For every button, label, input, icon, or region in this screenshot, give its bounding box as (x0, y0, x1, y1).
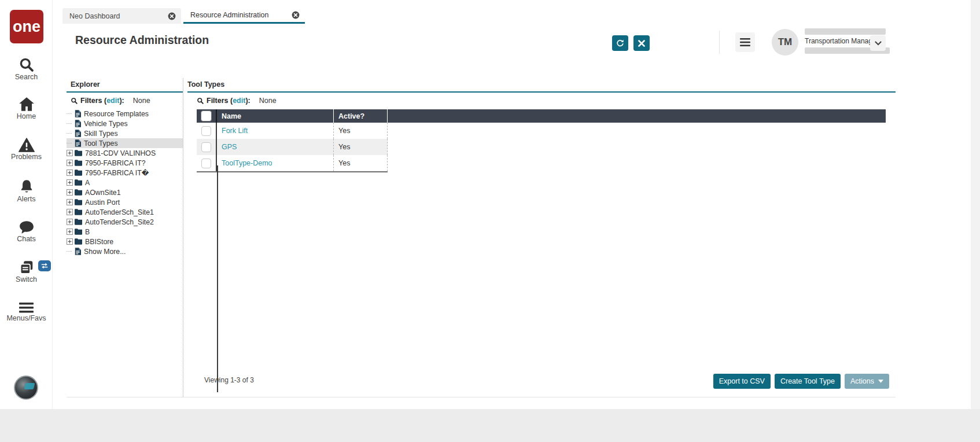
expand-plus-icon[interactable] (67, 209, 73, 215)
tree-item-label: AOwnSite1 (85, 189, 121, 197)
tab-resource-administration[interactable]: Resource Administration (183, 8, 305, 24)
right-strip (971, 0, 980, 409)
name-cell: GPS (217, 139, 334, 155)
row-checkbox-cell (197, 155, 217, 171)
expand-plus-icon[interactable] (67, 199, 73, 205)
expand-plus-icon[interactable] (67, 219, 73, 225)
filters-label: Filters ( (207, 97, 233, 105)
tree-item-label: BBIStore (85, 238, 113, 246)
document-icon (75, 120, 81, 127)
row-checkbox[interactable] (201, 142, 211, 152)
tree-item-label: 7881-CDV VALINHOS (85, 149, 156, 157)
header-divider (719, 31, 720, 54)
tree-item-7950-fabrica-it[interactable]: 7950-FABRICA IT� (67, 168, 183, 178)
tab-close-icon[interactable] (168, 12, 176, 20)
folder-icon (75, 170, 82, 176)
tab-neo-dashboard[interactable]: Neo Dashboard (62, 8, 181, 24)
tree-item-b[interactable]: B (67, 227, 183, 237)
tree-item-bbistore[interactable]: BBIStore (67, 237, 183, 246)
tree-item-7881-cdv-valinhos[interactable]: 7881-CDV VALINHOS (67, 148, 183, 158)
redacted-text (805, 28, 886, 35)
create-tool-type-button[interactable]: Create Tool Type (775, 374, 841, 389)
tree-connector (67, 123, 72, 124)
tree-item-label: Vehicle Types (84, 120, 128, 128)
search-icon (0, 57, 53, 72)
tree-item-austin-port[interactable]: Austin Port (67, 197, 183, 207)
hamburger-icon (740, 38, 750, 46)
filters-label: Filters ( (80, 97, 106, 105)
folder-icon (75, 229, 82, 235)
table-row-fork-lift: Fork LiftYes (197, 123, 388, 139)
column-header-name[interactable]: Name (217, 109, 334, 123)
tree-connector (67, 251, 72, 252)
row-checkbox[interactable] (201, 126, 211, 136)
filters-value: None (259, 97, 277, 105)
tab-close-icon[interactable] (292, 11, 300, 19)
tool-type-link[interactable]: Fork Lift (222, 127, 248, 135)
one-logo[interactable]: one (10, 10, 43, 43)
column-header-active[interactable]: Active? (334, 109, 388, 123)
table-body: Fork LiftYesGPSYesToolType-DemoYes (197, 123, 886, 171)
tree-item-7950-fabrica-it[interactable]: 7950-FABRICA IT? (67, 158, 183, 168)
tree-item-show-more[interactable]: Show More... (67, 246, 183, 256)
sidebar-item-search[interactable]: Search (0, 57, 53, 81)
sidebar-item-home[interactable]: Home (0, 97, 53, 120)
sidebar-item-menus-favs[interactable]: Menus/Favs (0, 301, 53, 322)
expand-plus-icon[interactable] (67, 229, 73, 235)
tree-item-vehicle-types[interactable]: Vehicle Types (67, 119, 183, 128)
sidebar-item-alerts[interactable]: Alerts (0, 179, 53, 203)
active-cell: Yes (334, 139, 388, 155)
tool-type-link[interactable]: GPS (222, 143, 237, 151)
tree-item-autotendersch-site1[interactable]: AutoTenderSch_Site1 (67, 207, 183, 217)
table-header: Name Active? (197, 109, 886, 123)
tree-connector (67, 133, 72, 134)
assistant-avatar-icon[interactable] (14, 375, 38, 400)
tree-item-tool-types[interactable]: Tool Types (67, 138, 183, 148)
expand-plus-icon[interactable] (67, 179, 73, 186)
tree-item-a[interactable]: A (67, 178, 183, 187)
table-row-tooltype-demo: ToolType-DemoYes (197, 155, 388, 171)
sidebar-item-label: Chats (0, 235, 53, 243)
switch-badge[interactable] (38, 260, 51, 271)
filters-value: None (133, 97, 150, 105)
expand-plus-icon[interactable] (67, 189, 73, 196)
user-menu-button[interactable] (870, 35, 886, 51)
expand-plus-icon[interactable] (67, 238, 73, 245)
expand-plus-icon[interactable] (67, 160, 73, 166)
tree-item-aownsite1[interactable]: AOwnSite1 (67, 187, 183, 197)
tree-item-autotendersch-site2[interactable]: AutoTenderSch_Site2 (67, 217, 183, 227)
tree-item-label: 7950-FABRICA IT� (85, 169, 149, 177)
tab-label: Resource Administration (190, 11, 268, 19)
expand-plus-icon[interactable] (67, 150, 73, 156)
explorer-panel: Explorer Filters (edit): None Resource T… (67, 78, 183, 256)
refresh-button[interactable] (612, 35, 628, 51)
sidebar-item-chats[interactable]: Chats (0, 220, 53, 243)
folder-icon (75, 209, 82, 215)
sidebar-item-label: Switch (0, 275, 53, 283)
tree-item-resource-templates[interactable]: Resource Templates (67, 109, 183, 119)
tree-item-label: Resource Templates (84, 110, 149, 118)
page-header: Resource Administration TM Transportatio… (62, 24, 894, 60)
tool-types-table: Name Active? Fork LiftYesGPSYesToolType-… (197, 109, 886, 172)
actions-button[interactable]: Actions (845, 374, 889, 389)
sidebar-item-label: Alerts (0, 195, 53, 203)
filters-edit-link[interactable]: edit (106, 97, 119, 105)
tool-type-link[interactable]: ToolType-Demo (222, 159, 272, 167)
tree-item-label: AutoTenderSch_Site2 (85, 218, 154, 226)
expand-plus-icon[interactable] (67, 170, 73, 176)
content-bottom-border (67, 397, 896, 397)
chevron-down-icon (875, 41, 882, 46)
select-all-checkbox[interactable] (201, 110, 212, 121)
sidebar-item-problems[interactable]: Problems (0, 138, 53, 161)
close-page-button[interactable] (633, 35, 650, 51)
footer-buttons: Export to CSV Create Tool Type Actions (713, 374, 889, 389)
user-avatar[interactable]: TM (772, 29, 798, 56)
filters-edit-link[interactable]: edit (233, 97, 245, 105)
row-checkbox[interactable] (201, 159, 211, 168)
export-to-csv-button[interactable]: Export to CSV (713, 374, 771, 389)
header-menu-button[interactable] (735, 32, 755, 52)
tree-item-label: Skill Types (84, 130, 118, 138)
tab-bar: Neo Dashboard Resource Administration (62, 8, 305, 24)
tree-item-skill-types[interactable]: Skill Types (67, 128, 183, 138)
close-icon (638, 40, 645, 47)
